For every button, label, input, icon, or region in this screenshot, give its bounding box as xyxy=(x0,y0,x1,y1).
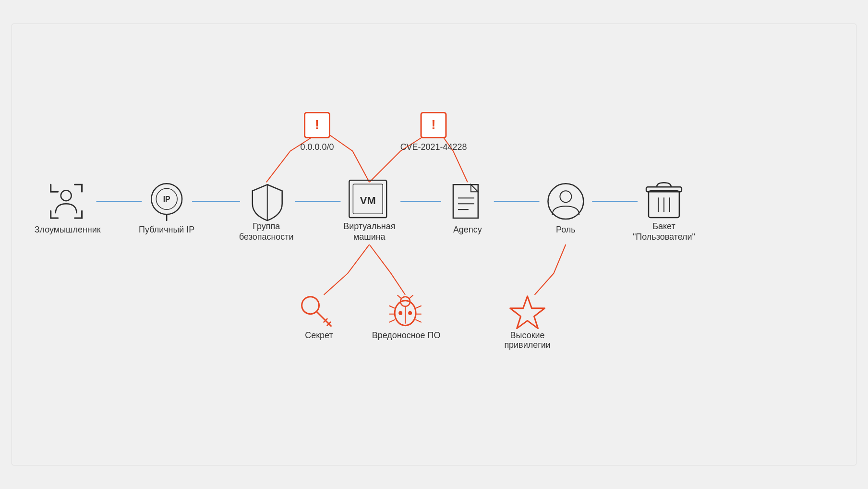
svg-line-33 xyxy=(389,306,395,308)
line-vm-secret xyxy=(324,244,370,295)
label-agency: Agency xyxy=(453,225,482,234)
node-security-group[interactable] xyxy=(253,184,282,220)
node-attacker[interactable] xyxy=(51,184,82,218)
node-role[interactable] xyxy=(548,183,583,219)
label-vm-2: машина xyxy=(353,232,386,242)
node-secret[interactable] xyxy=(302,297,331,326)
svg-text:IP: IP xyxy=(163,195,170,203)
svg-line-31 xyxy=(398,295,401,299)
svg-line-32 xyxy=(409,295,413,299)
svg-point-40 xyxy=(398,311,402,315)
svg-line-38 xyxy=(416,320,421,322)
svg-text:!: ! xyxy=(431,117,435,132)
label-malware: Вредоносное ПО xyxy=(372,330,441,340)
svg-line-36 xyxy=(416,306,421,308)
node-high-priv[interactable] xyxy=(510,296,545,329)
node-public-ip[interactable]: IP xyxy=(151,183,182,220)
label-sg-2: безопасности xyxy=(239,232,293,242)
line-role-priv xyxy=(535,244,566,295)
svg-point-6 xyxy=(61,190,72,201)
line-vm-cve xyxy=(369,134,427,183)
node-malware[interactable] xyxy=(389,295,421,326)
label-public-ip: Публичный IP xyxy=(139,225,194,234)
svg-text:!: ! xyxy=(315,117,319,132)
label-vm-1: Виртуальная xyxy=(343,221,395,231)
label-bucket-1: Бакет xyxy=(652,221,675,231)
line-vm-malware xyxy=(369,244,405,295)
svg-text:CVE-2021-44228: CVE-2021-44228 xyxy=(400,142,467,152)
svg-point-19 xyxy=(560,191,571,202)
svg-point-18 xyxy=(548,183,583,219)
alert-network[interactable]: ! 0.0.0.0/0 xyxy=(301,113,334,152)
line-vm-alert1 xyxy=(328,134,369,183)
label-secret: Секрет xyxy=(305,330,333,340)
svg-point-41 xyxy=(408,311,412,315)
svg-text:0.0.0.0/0: 0.0.0.0/0 xyxy=(301,142,334,152)
label-role: Роль xyxy=(556,225,576,234)
label-bucket-2: "Пользователи" xyxy=(633,232,695,242)
label-sg-1: Группа xyxy=(253,221,280,231)
node-bucket[interactable] xyxy=(646,183,682,218)
alert-cve[interactable]: ! CVE-2021-44228 xyxy=(400,113,467,152)
node-agency[interactable] xyxy=(453,184,478,218)
line-agency-cve xyxy=(441,134,468,183)
svg-text:VM: VM xyxy=(360,195,376,207)
label-priv-1: Высокие xyxy=(510,330,545,340)
label-priv-2: привилегии xyxy=(504,340,550,350)
label-attacker: Злоумышленник xyxy=(35,225,101,234)
node-vm[interactable]: VM xyxy=(349,180,386,218)
line-sg-alert xyxy=(266,134,317,183)
svg-marker-42 xyxy=(510,296,545,329)
svg-line-35 xyxy=(389,320,395,322)
diagram-canvas: ! 0.0.0.0/0 ! CVE-2021-44228 Злоумышленн… xyxy=(12,24,856,465)
